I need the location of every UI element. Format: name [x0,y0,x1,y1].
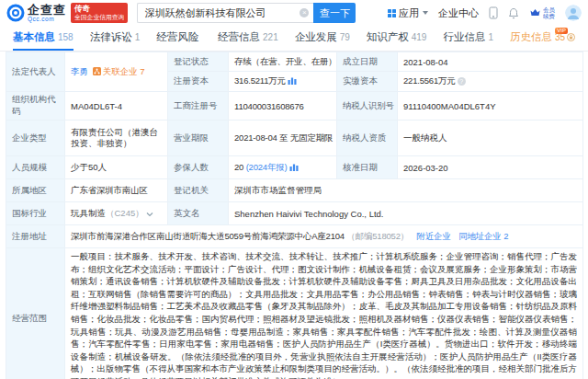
tab-label: 行业信息 [443,30,485,44]
nav-apps[interactable]: 应用 [388,6,428,20]
user-avatar[interactable] [565,5,582,21]
approval-date-label: 核准日期 [337,156,398,179]
insured-label: 参保人数 [168,156,229,179]
basic-info-table: 法定代表人 李勇 关联企业 7 登记状态 存续（在营、开业、在册） 成立日期 2… [6,52,583,379]
reg-status-label: 登记状态 [168,52,229,72]
tab-count: 221 [263,32,278,42]
lock-icon [567,33,575,41]
tab-label: 基本信息 [13,30,55,44]
paid-capital-label: 实缴资本 [337,72,398,92]
biz-term-value: 2021-08-04 至 无固定期限 [229,121,337,156]
tax-id-value: 91110400MA04DL6T4Y [398,92,583,121]
mobile-app-icon[interactable] [489,6,498,19]
top-bar: 企查查 Qcc.com 传奇 全国企业信用查询 × 查一下 应用 企业中心 [0,0,588,26]
en-name-value: Shenzhen Haivivi Technology Co., Ltd. [229,202,583,225]
company-type-value: 有限责任公司（港澳台投资、非独资） [65,121,168,156]
related-companies-link[interactable]: 关联企业 7 [103,66,145,76]
legal-rep-label: 法定代表人 [6,52,65,92]
logo-text: 企查查 [28,4,66,16]
same-address-link[interactable]: 同地址企业 2 [458,231,508,241]
reg-capital-cell: 316.5211万元 [229,72,337,92]
vip-renew-button[interactable]: 会员 续费 [529,6,555,19]
tab-business-info[interactable]: 经营信息221 [218,26,278,51]
search-button[interactable]: 查一下 [313,3,356,23]
taxpayer-quality-label: 纳税人资质 [337,121,398,156]
tab-intellectual-property[interactable]: 知识产权419 [367,26,427,51]
tab-operating-risk[interactable]: 经营风险 [156,26,201,51]
section-tabs: 基本信息158 法律诉讼1 经营风险 经营信息221 企业发展79 知识产权41… [0,26,588,52]
search-input[interactable] [137,3,313,23]
staff-size-value: 少于50人 [65,156,168,179]
establish-date-label: 成立日期 [337,52,398,72]
annual-report-link[interactable]: (2024年报) [246,162,288,172]
staff-size-label: 人员规模 [6,156,65,179]
tab-company-development[interactable]: 企业发展79 [295,26,350,51]
tab-basic-info[interactable]: 基本信息158 [13,26,74,51]
company-type-label: 企业类型 [6,121,65,156]
scope-text: 一般项目：技术服务、技术开发、技术咨询、技术交流、技术转让、技术推广；计算机系统… [65,248,583,379]
biz-reg-no-label: 工商注册号 [168,92,229,121]
biz-term-label: 营业期限 [168,121,229,156]
industry-cell: 玩具制造（C245） [65,202,168,225]
nav-apps-label: 应用 [399,6,419,20]
tab-label: 企业发展 [295,30,337,44]
reg-capital-value: 316.5211万元 [234,75,286,86]
tab-label: 知识产权 [367,30,409,44]
region-value: 广东省深圳市南山区 [65,179,168,202]
qcc-logo[interactable]: 企查查 Qcc.com [6,4,66,23]
reg-authority-label: 登记机关 [168,179,229,202]
top-nav: 应用 企业中心 会员 续费 [388,5,582,21]
scope-label: 经营范围 [6,248,65,379]
vip-label-2: 续费 [543,13,555,19]
paid-capital-value: 221.5561万元 [403,75,456,86]
related-company-icon [93,67,101,77]
nav-enterprise-center[interactable]: 企业中心 [438,6,479,20]
address-cell: 深圳市前海深港合作区南山街道听海大道5059号前海鸿荣源中心A座2104 （邮编… [65,225,583,248]
taxpayer-quality-value: 一般纳税人 [398,121,583,156]
insured-chart-icon[interactable] [289,163,299,173]
industry-code: （C245） [106,208,144,218]
establish-date-value: 2021-08-04 [398,52,583,72]
tab-count: 1 [488,32,493,42]
clear-icon[interactable]: × [300,8,309,17]
tab-label: 经营风险 [156,30,198,44]
org-code-label: 组织机构代码 [6,92,65,121]
notifications-bell-icon[interactable] [508,7,519,19]
info-icon[interactable]: ? [458,77,466,86]
tab-label: 经营信息 [218,30,260,44]
vip-badge: VIP [555,28,568,34]
apps-grid-icon [388,9,396,17]
tab-industry-info[interactable]: 行业信息1 [443,26,493,51]
legal-rep-link[interactable]: 李勇 [71,66,88,76]
industry-value: 玩具制造 [71,208,106,218]
address-label: 注册地址 [6,225,65,248]
tab-count: 1 [135,32,141,42]
reg-status-value: 存续（在营、开业、在册） [229,52,337,72]
approval-date-value: 2026-03-20 [398,156,583,179]
biz-reg-no-value: 110400031608676 [229,92,337,121]
vip-label-1: 会员 [543,6,555,13]
credit-lookup-badge: 传奇 全国企业信用查询 [71,3,128,23]
tab-legal-cases[interactable]: 法律诉讼1 [90,26,141,51]
org-code-value: MA04DL6T-4 [65,92,168,121]
insured-cell: 20 (2024年报) [229,156,337,179]
badge-line1: 传奇 [74,5,124,14]
same-address-count: 2 [503,231,508,241]
search-bar: × 查一下 [137,3,356,23]
legal-rep-cell: 李勇 关联企业 7 [65,52,168,92]
en-name-label: 英文名 [168,202,229,225]
same-address-label: 同地址企业 [458,231,502,241]
reg-capital-label: 注册资本 [168,72,229,92]
address-value: 深圳市前海深港合作区南山街道听海大道5059号前海鸿荣源中心A座2104 [71,231,345,241]
nearby-companies-link[interactable]: 附近企业 [417,231,451,241]
logo-domain: Qcc.com [28,17,66,23]
tab-history-info[interactable]: VIP 历史信息35 [510,26,575,51]
chevron-down-icon[interactable] [146,209,153,219]
tab-count: 419 [412,32,427,42]
caret-down-icon [423,11,428,15]
capital-chart-icon[interactable] [288,76,297,86]
tab-label: 法律诉讼 [90,30,132,44]
tax-id-label: 纳税人识别号 [337,92,398,121]
related-label: 关联企业 [103,66,138,76]
tab-count: 79 [340,32,350,42]
